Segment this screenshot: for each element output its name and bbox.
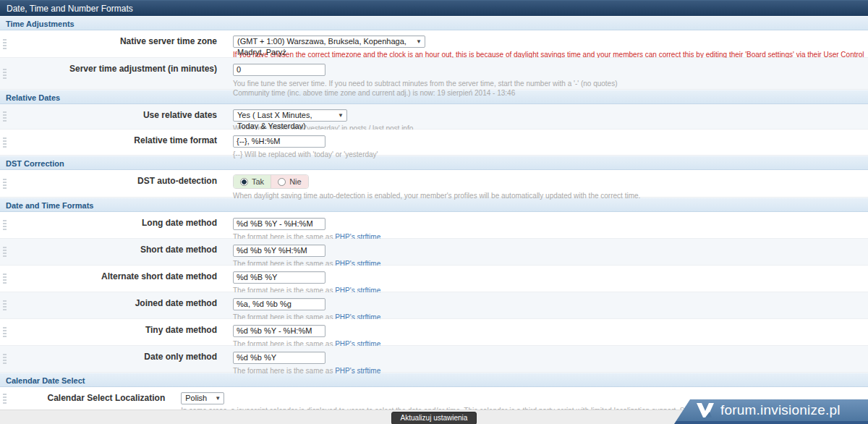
row-alternate-short-date-method: Alternate short date method The format h… — [0, 266, 868, 292]
long-date-method-input[interactable] — [233, 218, 326, 230]
drag-handle-icon[interactable] — [3, 354, 7, 364]
drag-handle-icon[interactable] — [3, 179, 7, 189]
relative-time-format-input[interactable] — [233, 135, 326, 148]
drag-handle-icon[interactable] — [3, 111, 7, 122]
native-timezone-label: Native server time zone — [0, 30, 223, 57]
row-date-only-method: Date only method The format here is the … — [0, 346, 868, 373]
row-server-adjustment: Server time adjustment (in minutes) You … — [0, 58, 868, 90]
strftime-link[interactable]: PHP's strftime — [335, 367, 380, 375]
drag-handle-icon[interactable] — [3, 300, 7, 310]
update-settings-button[interactable]: Aktualizuj ustawienia — [391, 412, 477, 424]
row-short-date-method: Short date method The format here is the… — [0, 239, 868, 266]
radio-selected-icon — [240, 178, 248, 186]
date-only-method-label: Date only method — [0, 346, 223, 372]
chevron-down-icon: ▼ — [338, 110, 344, 122]
chevron-down-icon: ▼ — [416, 36, 422, 48]
watermark-text: forum.invisionize.pl — [720, 402, 841, 418]
short-date-method-input[interactable] — [233, 245, 326, 257]
server-adjustment-help-2: Community time (inc. above time zone and… — [233, 88, 868, 98]
relative-time-format-help: {--} Will be replaced with 'today' or 'y… — [233, 150, 868, 159]
row-joined-date-method: Joined date method The format here is th… — [0, 292, 868, 319]
watermark-banner: forum.invisionize.pl — [674, 399, 868, 424]
joined-date-method-input[interactable] — [233, 298, 326, 310]
settings-page: Date, Time and Number Formats Time Adjus… — [0, 0, 868, 424]
dst-auto-detection-label: DST auto-detection — [0, 170, 223, 197]
calendar-localization-select[interactable]: Polish ▼ — [181, 392, 224, 404]
short-date-method-label: Short date method — [0, 239, 223, 265]
row-dst-auto-detection: DST auto-detection Tak Nie When daylight… — [0, 170, 868, 198]
row-use-relative-dates: Use relative dates Yes ( Last X Minutes,… — [0, 104, 868, 130]
server-adjustment-input[interactable] — [233, 64, 326, 76]
relative-time-format-label: Relative time format — [0, 130, 223, 155]
server-adjustment-label: Server time adjustment (in minutes) — [0, 58, 223, 89]
use-relative-dates-label: Use relative dates — [0, 104, 223, 129]
dst-help: When daylight saving time auto-detection… — [233, 191, 868, 200]
radio-unselected-icon — [278, 178, 286, 186]
drag-handle-icon[interactable] — [3, 247, 7, 257]
drag-handle-icon[interactable] — [3, 39, 7, 49]
native-timezone-select[interactable]: (GMT + 1:00) Warszawa, Bruksela, Kopenha… — [233, 35, 425, 48]
drag-handle-icon[interactable] — [3, 220, 7, 230]
drag-handle-icon[interactable] — [3, 327, 7, 337]
tiny-date-method-input[interactable] — [233, 325, 326, 337]
page-title: Date, Time and Number Formats — [0, 0, 868, 16]
calendar-localization-label: Calendar Select Localization — [0, 387, 171, 410]
drag-handle-icon[interactable] — [3, 274, 7, 284]
invisionize-logo-icon — [696, 402, 715, 418]
use-relative-dates-selected-value: Yes ( Last X Minutes, Today & Yesterday) — [237, 111, 312, 130]
row-relative-time-format: Relative time format {--} Will be replac… — [0, 130, 868, 156]
long-date-method-label: Long date method — [0, 212, 223, 238]
dst-radio-group: Tak Nie — [233, 174, 309, 189]
chevron-down-icon: ▼ — [215, 393, 221, 404]
row-native-timezone: Native server time zone (GMT + 1:00) War… — [0, 30, 868, 58]
strftime-help-text: The format here is the same as — [233, 367, 335, 375]
dst-option-no[interactable]: Nie — [271, 175, 308, 188]
dst-option-yes[interactable]: Tak — [234, 175, 271, 188]
joined-date-method-label: Joined date method — [0, 292, 223, 318]
date-only-method-input[interactable] — [233, 352, 326, 364]
use-relative-dates-select[interactable]: Yes ( Last X Minutes, Today & Yesterday)… — [233, 109, 347, 122]
alternate-short-date-method-label: Alternate short date method — [0, 266, 223, 292]
drag-handle-icon[interactable] — [3, 137, 7, 148]
row-long-date-method: Long date method The format here is the … — [0, 212, 868, 239]
alternate-short-date-method-input[interactable] — [233, 271, 326, 284]
row-tiny-date-method: Tiny date method The format here is the … — [0, 319, 868, 346]
server-adjustment-help-1: You fine tune the server time. If you ne… — [233, 79, 868, 88]
drag-handle-icon[interactable] — [3, 394, 7, 404]
tiny-date-method-label: Tiny date method — [0, 319, 223, 345]
section-header-time-adjustments: Time Adjustments — [0, 16, 868, 30]
calendar-localization-selected-value: Polish — [185, 394, 207, 402]
dst-no-label: Nie — [289, 177, 302, 186]
dst-yes-label: Tak — [252, 177, 264, 186]
drag-handle-icon[interactable] — [3, 69, 7, 79]
